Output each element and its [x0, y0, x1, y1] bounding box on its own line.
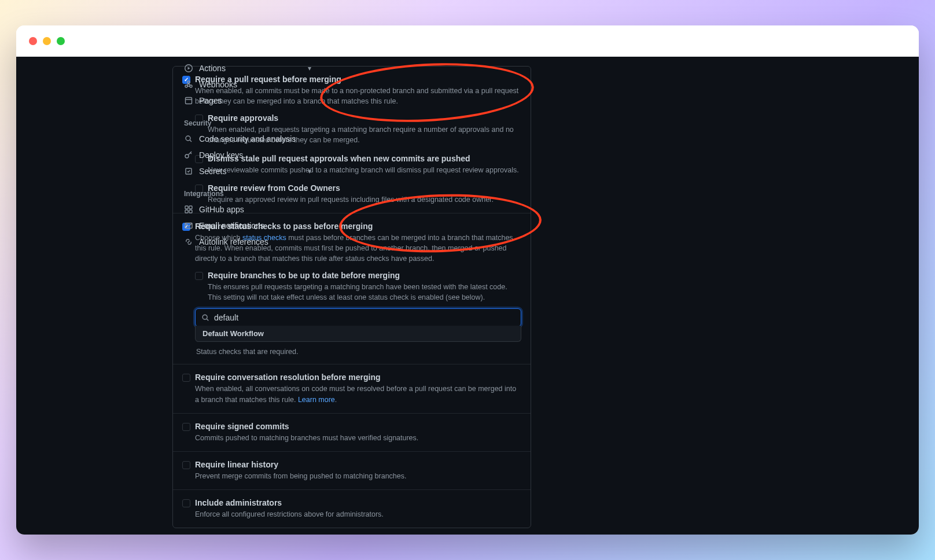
sidebar-item-pages[interactable]: Pages: [178, 93, 317, 109]
svg-point-8: [185, 154, 189, 158]
sidebar-item-label: Email notifications: [199, 221, 311, 230]
rule-title: Require conversation resolution before m…: [195, 373, 521, 382]
close-window-button[interactable]: [29, 37, 37, 45]
sidebar-item-label: Deploy keys: [199, 150, 311, 160]
sidebar-item-label: GitHub apps: [199, 205, 311, 214]
sidebar-item-label: Pages: [199, 96, 311, 105]
apps-icon: [184, 205, 193, 214]
checkbox-up-to-date[interactable]: [195, 272, 203, 280]
chevron-down-icon: ▾: [308, 64, 311, 72]
rule-title: Require branches to be up to date before…: [208, 271, 521, 280]
search-suggestion[interactable]: Default Workflow: [195, 326, 521, 342]
mail-icon: [184, 221, 193, 230]
rule-signed-commits: Require signed commits Commits pushed to…: [173, 413, 531, 451]
rule-linear-history: Require linear history Prevent merge com…: [173, 451, 531, 489]
sidebar-item-label: Webhooks: [199, 80, 311, 89]
sidebar-item-label: Autolink references: [199, 237, 311, 246]
svg-line-7: [190, 140, 192, 142]
svg-rect-10: [185, 206, 188, 209]
key-icon: [184, 150, 193, 160]
svg-rect-12: [185, 210, 188, 213]
sidebar-item-deploy-keys[interactable]: Deploy keys: [178, 147, 317, 163]
rule-description: This ensures pull requests targeting a m…: [208, 282, 521, 303]
secret-icon: [184, 167, 193, 176]
status-check-search: Default Workflow Status checks that are …: [195, 308, 521, 356]
browser-window: Actions ▾ Webhooks Pages Security: [16, 25, 919, 535]
sidebar-heading-integrations: Integrations: [178, 179, 317, 201]
rule-title: Require signed commits: [195, 422, 521, 431]
sidebar-item-email-notifications[interactable]: Email notifications: [178, 218, 317, 234]
sidebar-item-label: Secrets: [199, 167, 302, 176]
svg-point-6: [186, 136, 190, 141]
rule-up-to-date: Require branches to be up to date before…: [195, 271, 521, 303]
settings-sidebar: Actions ▾ Webhooks Pages Security: [178, 57, 317, 250]
minimize-window-button[interactable]: [43, 37, 51, 45]
svg-rect-13: [189, 210, 192, 213]
sidebar-item-label: Code security and analysis: [199, 134, 311, 143]
rule-description: Prevent merge commits from being pushed …: [195, 471, 521, 481]
chevron-down-icon: ▾: [308, 167, 311, 175]
titlebar: [16, 25, 919, 57]
rule-include-administrators: Include administrators Enforce all confi…: [173, 489, 531, 528]
sidebar-item-webhooks[interactable]: Webhooks: [178, 76, 317, 93]
learn-more-link[interactable]: Learn more: [298, 396, 335, 404]
checkbox-conversation-resolution[interactable]: [182, 374, 190, 382]
sidebar-item-code-security[interactable]: Code security and analysis: [178, 131, 317, 147]
page-content: Actions ▾ Webhooks Pages Security: [16, 57, 919, 535]
rule-description: Enforce all configured restrictions abov…: [195, 509, 521, 520]
sidebar-item-actions[interactable]: Actions ▾: [178, 60, 317, 76]
webhook-icon: [184, 80, 193, 89]
status-check-search-input[interactable]: [214, 313, 515, 322]
sidebar-item-label: Actions: [199, 64, 302, 73]
text: .: [335, 396, 337, 404]
svg-line-16: [207, 319, 208, 321]
search-icon: [201, 314, 209, 322]
rule-title: Require linear history: [195, 460, 521, 469]
sidebar-item-autolink[interactable]: Autolink references: [178, 234, 317, 250]
play-icon: [184, 64, 193, 73]
rule-description: Commits pushed to matching branches must…: [195, 433, 521, 443]
sidebar-item-github-apps[interactable]: GitHub apps: [178, 201, 317, 218]
checkbox-include-administrators[interactable]: [182, 499, 190, 507]
svg-rect-11: [189, 206, 192, 209]
sidebar-item-secrets[interactable]: Secrets ▾: [178, 163, 317, 179]
svg-rect-4: [186, 98, 192, 104]
svg-point-3: [187, 81, 190, 83]
sidebar-heading-security: Security: [178, 109, 317, 131]
link-icon: [184, 237, 193, 246]
rule-conversation-resolution: Require conversation resolution before m…: [173, 364, 531, 412]
maximize-window-button[interactable]: [57, 37, 65, 45]
rule-description: When enabled, all conversations on code …: [195, 384, 521, 404]
checkbox-signed-commits[interactable]: [182, 423, 190, 431]
svg-point-15: [203, 315, 207, 320]
checkbox-linear-history[interactable]: [182, 461, 190, 469]
pages-icon: [184, 96, 193, 105]
required-checks-label: Status checks that are required.: [195, 348, 521, 356]
text: When enabled, all conversations on code …: [195, 385, 516, 403]
rule-title: Include administrators: [195, 498, 521, 507]
search-input-wrapper[interactable]: [195, 308, 521, 327]
shield-search-icon: [184, 134, 193, 143]
